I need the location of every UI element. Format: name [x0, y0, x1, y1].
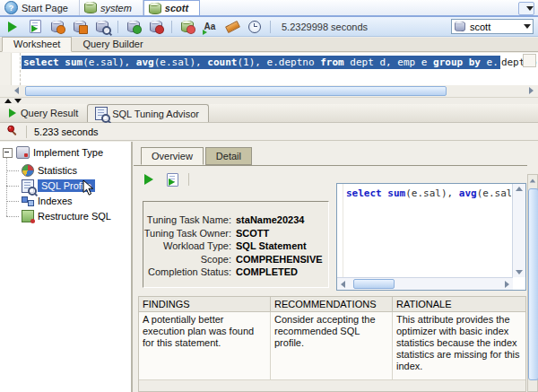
case-toggle-icon: Aa: [204, 22, 216, 31]
column-header-recommendations[interactable]: RECOMMENDATIONS: [271, 297, 393, 311]
info-label: Scope:: [143, 253, 231, 266]
toolbar-separator: [171, 21, 172, 33]
document-tab-bar: ? Start Page system scott: [0, 0, 538, 17]
info-value: SCOTT: [236, 227, 269, 240]
editor-gutter: [0, 53, 12, 85]
clear-button[interactable]: [224, 20, 240, 34]
elapsed-time: 5.2329998 seconds: [282, 22, 368, 32]
scroll-left-icon[interactable]: [14, 87, 19, 94]
tab-start-page[interactable]: ? Start Page: [0, 0, 80, 15]
sql-worksheet-icon: [84, 2, 97, 13]
result-tab-bar: Query Result SQL Tuning Advisor: [0, 104, 538, 123]
sql-editor[interactable]: select sum(e.sal), avg(e.sal), count(1),…: [0, 53, 538, 85]
sql-preview-box: select sum(e.sal), avg(e.sal: [336, 183, 526, 291]
column-header-rationale[interactable]: RATIONALE: [393, 297, 525, 311]
preview-vertical-scrollbar[interactable]: [512, 184, 525, 277]
sql-history-button[interactable]: [247, 20, 263, 34]
scroll-down-icon[interactable]: [516, 270, 523, 274]
tree-item-statistics[interactable]: Statistics: [22, 163, 77, 178]
case-toggle-button[interactable]: Aa: [202, 20, 218, 34]
tab-scott[interactable]: scott: [143, 0, 200, 15]
scroll-thumb[interactable]: [25, 86, 447, 96]
overview-vertical-scrollbar[interactable]: [527, 174, 538, 392]
sql-statement-line[interactable]: select sum(e.sal), avg(e.sal), count(1),…: [22, 56, 538, 69]
rollback-icon: [150, 21, 162, 32]
explain-plan-icon: [74, 21, 86, 32]
run-icon: [144, 174, 153, 185]
implement-type-tree: Implement Type Statistics SQL Profile In…: [0, 142, 133, 392]
commit-button[interactable]: [126, 20, 142, 34]
tab-sql-tuning-advisor[interactable]: SQL Tuning Advisor: [87, 104, 209, 122]
new-worksheet-button[interactable]: [179, 20, 195, 34]
scroll-right-icon[interactable]: [529, 87, 534, 94]
pin-icon[interactable]: [6, 125, 19, 139]
tree-connector: [6, 170, 19, 171]
tab-query-result[interactable]: Query Result: [2, 104, 87, 122]
connection-name: scott: [470, 22, 490, 32]
worksheet-toolbar: Aa 5.2329998 seconds scott: [0, 17, 538, 37]
splitter-down-icon[interactable]: [14, 99, 22, 103]
tab-worksheet[interactable]: Worksheet: [2, 37, 72, 52]
tree-item-indexes[interactable]: Indexes: [22, 194, 73, 208]
info-label: Workload Type:: [143, 240, 231, 253]
info-row: Workload Type: SQL Statement: [143, 240, 328, 253]
clear-icon: [225, 20, 240, 32]
connection-select[interactable]: scott: [451, 19, 534, 34]
overview-toolbar: [141, 170, 190, 188]
tab-label: Query Result: [21, 108, 78, 118]
tab-overflow-button[interactable]: [518, 2, 534, 15]
editor-horizontal-scrollbar[interactable]: [0, 85, 538, 98]
tree-connector: [6, 216, 19, 217]
column-header-findings[interactable]: FINDINGS: [139, 297, 271, 311]
tree-connector: [6, 186, 19, 187]
tab-label: scott: [165, 3, 188, 13]
info-label: Tuning Task Owner:: [143, 227, 231, 240]
tuning-advisor-panel: Overview Detail Tuning Task Name: staNam…: [134, 142, 538, 392]
tab-label: SQL Tuning Advisor: [112, 109, 199, 119]
implement-type-icon: [16, 146, 30, 159]
collapse-icon[interactable]: [3, 148, 13, 158]
tree-root-implement-type[interactable]: Implement Type: [3, 145, 103, 160]
toolbar-separator: [270, 21, 271, 33]
tab-query-builder[interactable]: Query Builder: [72, 38, 153, 51]
tuning-advisor-tab-icon: [95, 107, 108, 120]
run-statement-button[interactable]: [4, 20, 21, 34]
mouse-cursor: [82, 179, 94, 196]
scroll-up-icon[interactable]: [530, 179, 535, 183]
cell-findings[interactable]: A potentially better execution plan was …: [139, 312, 271, 379]
scroll-left-icon[interactable]: [341, 281, 345, 288]
cell-recommendations[interactable]: Consider accepting the recommended SQL p…: [271, 312, 393, 379]
help-icon: ?: [4, 1, 18, 14]
editor-scrollbar[interactable]: [523, 54, 536, 67]
rollback-button[interactable]: [148, 20, 164, 34]
explain-plan-button[interactable]: [72, 20, 88, 34]
autotrace-button[interactable]: [49, 20, 65, 34]
table-header-row: FINDINGS RECOMMENDATIONS RATIONALE: [139, 297, 525, 312]
tab-overview[interactable]: Overview: [141, 147, 204, 165]
advisor-script-button[interactable]: [164, 172, 180, 187]
info-row: Tuning Task Owner: SCOTT: [143, 227, 328, 240]
tree-label: Restructure SQL: [38, 211, 111, 222]
scroll-right-icon[interactable]: [505, 281, 509, 288]
preview-horizontal-scrollbar[interactable]: [337, 277, 513, 290]
tab-detail[interactable]: Detail: [205, 147, 252, 165]
tree-item-restructure-sql[interactable]: Restructure SQL: [22, 209, 111, 223]
tree-connector: [6, 201, 19, 202]
info-row: Completion Status: COMPLETED: [143, 266, 328, 279]
panel-splitter[interactable]: [0, 98, 538, 104]
tuning-advisor-button[interactable]: [94, 20, 110, 34]
overview-tab-bar: Overview Detail: [141, 147, 254, 165]
advisor-run-button[interactable]: [141, 172, 157, 187]
sql-profile-icon: [22, 179, 34, 193]
toolbar-separator: [188, 173, 189, 186]
scroll-thumb[interactable]: [528, 188, 538, 380]
run-script-button[interactable]: [27, 20, 43, 34]
editor-margin-line: [20, 53, 21, 85]
toolbar-separator: [117, 21, 118, 33]
scroll-thumb[interactable]: [353, 279, 395, 289]
scroll-up-icon[interactable]: [516, 187, 523, 191]
advisor-toolbar: 5.233 seconds: [0, 123, 538, 141]
tab-system[interactable]: system: [80, 0, 143, 15]
splitter-up-icon[interactable]: [4, 99, 12, 103]
cell-rationale[interactable]: This attribute provides the optimizer wi…: [393, 312, 525, 379]
